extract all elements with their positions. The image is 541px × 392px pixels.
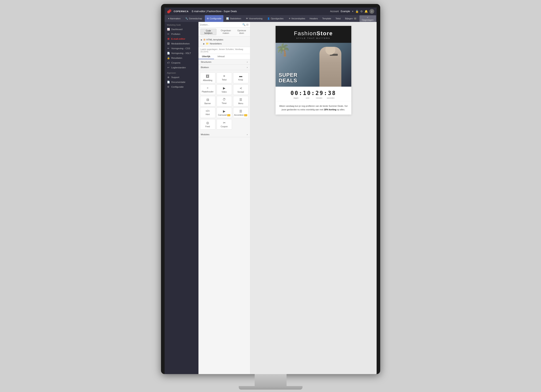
code-bekijken-button[interactable]: Code bekijken: [200, 29, 217, 35]
timer-label: Timer: [222, 102, 227, 104]
block-feed[interactable]: ◎ Feed: [200, 119, 215, 129]
timer-seconden: seconden: [325, 97, 337, 99]
sidebar-item-vormgeving-xslt[interactable]: 📄 Vormgeving - XSLT: [165, 51, 198, 56]
html-icon: ⊞: [203, 38, 205, 41]
settings-icon[interactable]: ⚙: [360, 10, 363, 13]
nav-voorvertoning[interactable]: 👁 Voorvertoning: [244, 15, 265, 22]
nav-template[interactable]: Template: [321, 16, 333, 21]
sidebar-item-profielen[interactable]: ✏ Profielen: [165, 32, 198, 36]
accordeon-label: Accordeon⚡: [234, 114, 247, 116]
sidebar-item-vormgeving-css[interactable]: ✏ Vormgeving - CSS: [165, 46, 198, 51]
opgeslagen-button[interactable]: ✓ Opgeslagen: [359, 15, 376, 22]
sidebar-item-support[interactable]: ⊕ Support: [165, 75, 198, 80]
pro-badge-carrousel: ⚡: [227, 114, 230, 116]
expand-icon-2: ▶: [203, 43, 205, 45]
nav-aanmaken[interactable]: ▾ Aanmaken: [166, 15, 183, 22]
block-coupon[interactable]: ✂ Coupon: [217, 119, 232, 129]
nav-gereedschap[interactable]: 🔧 Gereedschap: [183, 15, 204, 22]
support-icon: ⊕: [167, 76, 170, 79]
topbar-example-label: Example: [341, 10, 350, 13]
tab-uiterlijk[interactable]: Uiterlijk: [198, 54, 214, 59]
sidebar-css-label: Vormgeving - CSS: [171, 47, 190, 50]
block-banner[interactable]: ⊟ Banner: [200, 96, 215, 106]
sidebar-item-configuratie-sidebar[interactable]: ⚙ Configuratie: [165, 84, 198, 89]
nav-bijlagen[interactable]: Bijlagen 0: [343, 16, 358, 21]
sidebar: Marketing Suite 📈 Dashboard ✏ Profielen …: [165, 22, 198, 374]
nav-tekst[interactable]: Tekst: [334, 16, 342, 21]
block-plaatshouder[interactable]: ÷ Plaatshouder: [200, 84, 215, 95]
sidebar-item-email-editor[interactable]: ⊞ E-mail-editor: [165, 36, 198, 41]
code-bar: Code bekijken Ongedaan maken Opnieuw doe…: [198, 27, 250, 36]
sidebar-dashboard-label: Dashboard: [171, 28, 182, 31]
user-icon: 👤: [267, 17, 270, 20]
block-html[interactable]: </> Html: [200, 108, 215, 118]
sidebar-email-editor-label: E-mail-editor: [171, 38, 185, 40]
nav-configuratie[interactable]: ⚙ Configuratie: [205, 15, 223, 22]
video-icon: ▶: [223, 86, 225, 90]
stand-neck: [255, 374, 286, 386]
afbeelding-icon: 🖼: [206, 74, 209, 78]
redo-button[interactable]: Opnieuw doen: [235, 29, 248, 35]
block-menu[interactable]: ☰ Menu: [233, 96, 249, 106]
wrench-icon: 🔧: [185, 17, 188, 20]
sidebar-item-dashboard[interactable]: 📈 Dashboard: [165, 27, 198, 32]
media-icon: 🖼: [167, 42, 170, 45]
sidebar-item-logbestanden[interactable]: ↩ Logbestanden: [165, 65, 198, 70]
block-sociaal[interactable]: ≺ Sociaal: [233, 84, 249, 95]
fashion-header: FashionStore STYLE THAT MATTERS: [276, 26, 351, 43]
sidebar-section-marketing: Marketing Suite: [165, 22, 198, 27]
nav-headers-label: Headers: [310, 17, 318, 20]
nav-tekst-label: Tekst: [336, 17, 341, 20]
file-tree-newsletters[interactable]: ▶ 📁 Newsletters: [200, 42, 249, 46]
navbar: ▾ Aanmaken 🔧 Gereedschap ⚙ Configuratie …: [165, 15, 377, 22]
nav-verzendopties[interactable]: ✈ Verzendopties: [287, 16, 307, 21]
avatar[interactable]: J: [369, 9, 374, 14]
newsletters-label: Newsletters: [210, 42, 222, 45]
modules-section-header[interactable]: Modules ›: [198, 132, 250, 137]
nav-right: ✈ Verzendopties Headers Template Tekst B…: [287, 15, 376, 22]
bell-icon[interactable]: 🔔: [364, 10, 368, 13]
block-video[interactable]: ▶ Video: [217, 84, 232, 95]
nav-opvolgacties[interactable]: 👤 Opvolgacties: [265, 15, 286, 22]
fashion-body-text: Alleen vandaag kun je nog profiteren van…: [276, 101, 351, 114]
file-tree-html-templates[interactable]: ▶ ⊞ HTML-templates: [200, 38, 249, 42]
topbar-dropdown-arrow[interactable]: ▾: [352, 10, 353, 13]
feed-label: Feed: [205, 125, 210, 128]
block-accordeon[interactable]: ☰ Accordeon⚡: [233, 108, 249, 118]
css-icon: ✏: [167, 47, 170, 50]
structuren-section-header[interactable]: Structuren ›: [198, 59, 250, 65]
nav-headers[interactable]: Headers: [308, 16, 320, 21]
undo-button[interactable]: Ongedaan maken: [218, 29, 234, 35]
coupon-icon: ✂: [223, 121, 226, 125]
block-afbeelding[interactable]: 🖼 Afbeelding: [200, 72, 215, 83]
topbar-icons: 🔒 ⚙ 🔔 J: [355, 9, 374, 14]
block-timer[interactable]: ⏱ Timer: [217, 96, 232, 106]
blokken-section-header[interactable]: Blokken ›: [198, 65, 250, 70]
sidebar-item-mediabibliotheken[interactable]: 🖼 Mediabibliotheken: [165, 41, 198, 46]
timer-icon: ⏱: [223, 98, 226, 101]
nav-opvolgacties-label: Opvolgacties: [271, 17, 284, 20]
menu-icon: ☰: [239, 98, 242, 102]
pro-badge-accordeon: ⚡: [244, 114, 247, 116]
xslt-icon: 📄: [167, 52, 170, 55]
block-knop[interactable]: ▬ Knop: [233, 72, 249, 83]
nav-configuratie-label: Configuratie: [210, 17, 221, 20]
sort-icon[interactable]: ⊟: [246, 23, 249, 26]
fashion-image: 🌴 SUPERDEALS: [276, 43, 351, 87]
sidebar-item-coupons[interactable]: 🏷 Coupons: [165, 60, 198, 65]
palm-icon: 🌴: [276, 43, 291, 57]
nav-gereedschap-label: Gereedschap: [189, 17, 202, 20]
sidebar-item-documentatie[interactable]: 📄 Documentatie: [165, 80, 198, 84]
lock-icon[interactable]: 🔒: [355, 10, 359, 13]
block-tekst[interactable]: ≡ Tekst: [217, 72, 232, 83]
sidebar-item-resultaten[interactable]: 🔒 Resultaten: [165, 56, 198, 60]
monitor-shell: COPERNICA E-mail-editor | FashionStore -…: [161, 4, 380, 374]
dashboard-icon: 📈: [167, 28, 170, 31]
feed-icon: ◎: [206, 121, 209, 125]
search-input[interactable]: [200, 24, 241, 26]
profielen-icon: ✏: [167, 33, 170, 36]
tab-inhoud[interactable]: Inhoud: [214, 54, 228, 59]
nav-statistieken[interactable]: 📊 Statistieken: [224, 15, 243, 22]
block-carrousel[interactable]: ▶ Carrousel⚡: [217, 108, 232, 118]
nav-aanmaken-label: Aanmaken: [170, 17, 181, 20]
